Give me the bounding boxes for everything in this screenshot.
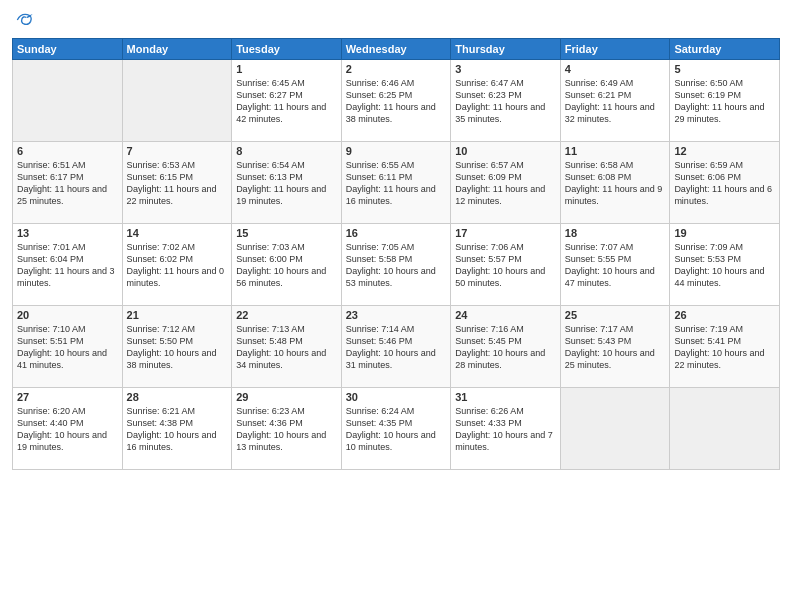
page-container: SundayMondayTuesdayWednesdayThursdayFrid…: [0, 0, 792, 612]
day-info: Sunrise: 6:51 AM Sunset: 6:17 PM Dayligh…: [17, 159, 118, 208]
calendar-day: 25Sunrise: 7:17 AM Sunset: 5:43 PM Dayli…: [560, 306, 670, 388]
day-info: Sunrise: 7:05 AM Sunset: 5:58 PM Dayligh…: [346, 241, 447, 290]
calendar-day: [122, 60, 232, 142]
day-number: 22: [236, 309, 337, 321]
calendar-day: 26Sunrise: 7:19 AM Sunset: 5:41 PM Dayli…: [670, 306, 780, 388]
logo: [12, 10, 34, 30]
calendar-week-2: 6Sunrise: 6:51 AM Sunset: 6:17 PM Daylig…: [13, 142, 780, 224]
calendar-week-3: 13Sunrise: 7:01 AM Sunset: 6:04 PM Dayli…: [13, 224, 780, 306]
calendar-day: 17Sunrise: 7:06 AM Sunset: 5:57 PM Dayli…: [451, 224, 561, 306]
day-number: 4: [565, 63, 666, 75]
day-info: Sunrise: 6:24 AM Sunset: 4:35 PM Dayligh…: [346, 405, 447, 454]
day-number: 17: [455, 227, 556, 239]
day-number: 8: [236, 145, 337, 157]
day-number: 12: [674, 145, 775, 157]
day-info: Sunrise: 7:09 AM Sunset: 5:53 PM Dayligh…: [674, 241, 775, 290]
calendar-day: 7Sunrise: 6:53 AM Sunset: 6:15 PM Daylig…: [122, 142, 232, 224]
calendar-table: SundayMondayTuesdayWednesdayThursdayFrid…: [12, 38, 780, 470]
day-info: Sunrise: 7:06 AM Sunset: 5:57 PM Dayligh…: [455, 241, 556, 290]
calendar-header-saturday: Saturday: [670, 39, 780, 60]
calendar-day: 23Sunrise: 7:14 AM Sunset: 5:46 PM Dayli…: [341, 306, 451, 388]
calendar-day: 1Sunrise: 6:45 AM Sunset: 6:27 PM Daylig…: [232, 60, 342, 142]
day-number: 18: [565, 227, 666, 239]
calendar-header-wednesday: Wednesday: [341, 39, 451, 60]
calendar-header-row: SundayMondayTuesdayWednesdayThursdayFrid…: [13, 39, 780, 60]
calendar-day: 16Sunrise: 7:05 AM Sunset: 5:58 PM Dayli…: [341, 224, 451, 306]
calendar-header-friday: Friday: [560, 39, 670, 60]
calendar-day: 20Sunrise: 7:10 AM Sunset: 5:51 PM Dayli…: [13, 306, 123, 388]
day-number: 14: [127, 227, 228, 239]
calendar-header-sunday: Sunday: [13, 39, 123, 60]
day-number: 10: [455, 145, 556, 157]
day-info: Sunrise: 7:10 AM Sunset: 5:51 PM Dayligh…: [17, 323, 118, 372]
calendar-day: 5Sunrise: 6:50 AM Sunset: 6:19 PM Daylig…: [670, 60, 780, 142]
calendar-day: 21Sunrise: 7:12 AM Sunset: 5:50 PM Dayli…: [122, 306, 232, 388]
calendar-day: 27Sunrise: 6:20 AM Sunset: 4:40 PM Dayli…: [13, 388, 123, 470]
day-number: 29: [236, 391, 337, 403]
calendar-day: 9Sunrise: 6:55 AM Sunset: 6:11 PM Daylig…: [341, 142, 451, 224]
day-number: 13: [17, 227, 118, 239]
day-number: 31: [455, 391, 556, 403]
day-info: Sunrise: 7:16 AM Sunset: 5:45 PM Dayligh…: [455, 323, 556, 372]
calendar-day: 12Sunrise: 6:59 AM Sunset: 6:06 PM Dayli…: [670, 142, 780, 224]
day-number: 23: [346, 309, 447, 321]
day-info: Sunrise: 6:45 AM Sunset: 6:27 PM Dayligh…: [236, 77, 337, 126]
calendar-day: 19Sunrise: 7:09 AM Sunset: 5:53 PM Dayli…: [670, 224, 780, 306]
calendar-day: 3Sunrise: 6:47 AM Sunset: 6:23 PM Daylig…: [451, 60, 561, 142]
day-info: Sunrise: 6:46 AM Sunset: 6:25 PM Dayligh…: [346, 77, 447, 126]
day-info: Sunrise: 7:14 AM Sunset: 5:46 PM Dayligh…: [346, 323, 447, 372]
day-number: 30: [346, 391, 447, 403]
calendar-day: 13Sunrise: 7:01 AM Sunset: 6:04 PM Dayli…: [13, 224, 123, 306]
day-info: Sunrise: 7:01 AM Sunset: 6:04 PM Dayligh…: [17, 241, 118, 290]
day-number: 19: [674, 227, 775, 239]
day-number: 16: [346, 227, 447, 239]
day-number: 9: [346, 145, 447, 157]
day-info: Sunrise: 6:58 AM Sunset: 6:08 PM Dayligh…: [565, 159, 666, 208]
calendar-day: [13, 60, 123, 142]
calendar-day: 22Sunrise: 7:13 AM Sunset: 5:48 PM Dayli…: [232, 306, 342, 388]
calendar-day: [670, 388, 780, 470]
day-info: Sunrise: 7:13 AM Sunset: 5:48 PM Dayligh…: [236, 323, 337, 372]
day-info: Sunrise: 6:49 AM Sunset: 6:21 PM Dayligh…: [565, 77, 666, 126]
day-number: 26: [674, 309, 775, 321]
calendar-day: 31Sunrise: 6:26 AM Sunset: 4:33 PM Dayli…: [451, 388, 561, 470]
calendar-day: 8Sunrise: 6:54 AM Sunset: 6:13 PM Daylig…: [232, 142, 342, 224]
day-info: Sunrise: 6:26 AM Sunset: 4:33 PM Dayligh…: [455, 405, 556, 454]
day-number: 21: [127, 309, 228, 321]
day-info: Sunrise: 7:03 AM Sunset: 6:00 PM Dayligh…: [236, 241, 337, 290]
calendar-day: 18Sunrise: 7:07 AM Sunset: 5:55 PM Dayli…: [560, 224, 670, 306]
calendar-day: 10Sunrise: 6:57 AM Sunset: 6:09 PM Dayli…: [451, 142, 561, 224]
day-number: 6: [17, 145, 118, 157]
day-number: 3: [455, 63, 556, 75]
day-info: Sunrise: 6:47 AM Sunset: 6:23 PM Dayligh…: [455, 77, 556, 126]
day-info: Sunrise: 7:07 AM Sunset: 5:55 PM Dayligh…: [565, 241, 666, 290]
logo-bird-icon: [14, 10, 34, 30]
calendar-day: 30Sunrise: 6:24 AM Sunset: 4:35 PM Dayli…: [341, 388, 451, 470]
calendar-day: 15Sunrise: 7:03 AM Sunset: 6:00 PM Dayli…: [232, 224, 342, 306]
day-info: Sunrise: 7:12 AM Sunset: 5:50 PM Dayligh…: [127, 323, 228, 372]
calendar-header-tuesday: Tuesday: [232, 39, 342, 60]
day-info: Sunrise: 6:21 AM Sunset: 4:38 PM Dayligh…: [127, 405, 228, 454]
calendar-day: 28Sunrise: 6:21 AM Sunset: 4:38 PM Dayli…: [122, 388, 232, 470]
day-info: Sunrise: 6:50 AM Sunset: 6:19 PM Dayligh…: [674, 77, 775, 126]
day-number: 25: [565, 309, 666, 321]
day-info: Sunrise: 6:20 AM Sunset: 4:40 PM Dayligh…: [17, 405, 118, 454]
day-info: Sunrise: 6:53 AM Sunset: 6:15 PM Dayligh…: [127, 159, 228, 208]
header: [12, 10, 780, 30]
calendar-header-thursday: Thursday: [451, 39, 561, 60]
day-number: 1: [236, 63, 337, 75]
day-number: 28: [127, 391, 228, 403]
day-info: Sunrise: 7:19 AM Sunset: 5:41 PM Dayligh…: [674, 323, 775, 372]
day-info: Sunrise: 6:54 AM Sunset: 6:13 PM Dayligh…: [236, 159, 337, 208]
calendar-week-4: 20Sunrise: 7:10 AM Sunset: 5:51 PM Dayli…: [13, 306, 780, 388]
day-number: 2: [346, 63, 447, 75]
calendar-day: 14Sunrise: 7:02 AM Sunset: 6:02 PM Dayli…: [122, 224, 232, 306]
calendar-header-monday: Monday: [122, 39, 232, 60]
day-info: Sunrise: 7:02 AM Sunset: 6:02 PM Dayligh…: [127, 241, 228, 290]
day-info: Sunrise: 7:17 AM Sunset: 5:43 PM Dayligh…: [565, 323, 666, 372]
calendar-day: 4Sunrise: 6:49 AM Sunset: 6:21 PM Daylig…: [560, 60, 670, 142]
day-info: Sunrise: 6:59 AM Sunset: 6:06 PM Dayligh…: [674, 159, 775, 208]
calendar-week-1: 1Sunrise: 6:45 AM Sunset: 6:27 PM Daylig…: [13, 60, 780, 142]
day-number: 24: [455, 309, 556, 321]
day-number: 5: [674, 63, 775, 75]
